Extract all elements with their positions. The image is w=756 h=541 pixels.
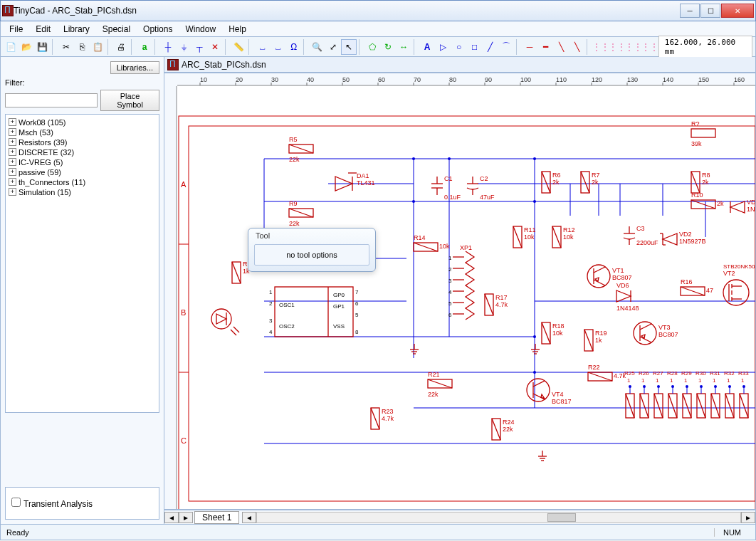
svg-line-174: [588, 372, 612, 381]
rect-icon[interactable]: ▷: [436, 39, 451, 55]
svg-text:2k: 2k: [702, 179, 709, 186]
noconnect-icon[interactable]: ✕: [208, 39, 223, 55]
junction-icon[interactable]: ┼: [160, 39, 175, 55]
power-icon[interactable]: ┬: [192, 39, 207, 55]
tree-item[interactable]: Msch (53): [9, 127, 156, 137]
grid3-icon[interactable]: ⋮⋮: [626, 39, 641, 55]
copy-icon[interactable]: ⎘: [74, 39, 89, 55]
arc-icon[interactable]: ⌒: [498, 39, 513, 55]
filter-label: Filter:: [5, 78, 25, 87]
grid2-icon[interactable]: ⋮⋮: [609, 39, 625, 55]
document-tab[interactable]: ARC_Stab_PICsh.dsn: [164, 57, 755, 73]
grid1-icon[interactable]: ⋮⋮: [593, 39, 609, 55]
svg-text:VD6: VD6: [616, 282, 629, 289]
svg-text:2k: 2k: [552, 179, 560, 186]
ref-icon[interactable]: a: [137, 39, 152, 55]
menu-options[interactable]: Options: [137, 23, 178, 36]
menu-library[interactable]: Library: [58, 23, 95, 36]
svg-text:10k: 10k: [524, 233, 535, 241]
svg-point-46: [412, 200, 415, 203]
tree-item[interactable]: th_Connectors (11): [9, 177, 156, 187]
zoom-win-icon[interactable]: ⤢: [325, 39, 340, 55]
svg-text:R29: R29: [681, 370, 692, 377]
print-icon[interactable]: 🖨: [114, 39, 129, 55]
svg-text:BC807: BC807: [658, 331, 678, 338]
open-icon[interactable]: 📂: [19, 39, 34, 55]
minimize-button[interactable]: ─: [680, 4, 700, 18]
rot-icon[interactable]: ↻: [381, 39, 396, 55]
label-icon[interactable]: ⎵: [255, 39, 270, 55]
svg-text:OSC2: OSC2: [279, 323, 295, 330]
svg-text:R22: R22: [588, 364, 600, 371]
svg-text:R11: R11: [524, 226, 536, 233]
svg-text:R26: R26: [639, 370, 649, 377]
sheet-prev[interactable]: ◂: [164, 512, 179, 523]
cut-icon[interactable]: ✂: [58, 39, 73, 55]
save-icon[interactable]: 💾: [35, 39, 50, 55]
gnd-icon[interactable]: ⏚: [177, 39, 191, 55]
libraries-button[interactable]: Libraries...: [110, 61, 159, 74]
h-scrollbar[interactable]: [256, 512, 741, 523]
circle-icon[interactable]: ○: [451, 39, 466, 55]
menu-file[interactable]: File: [4, 23, 28, 36]
status-text: Ready: [6, 528, 714, 537]
tree-item[interactable]: DISCRETE (32): [9, 147, 156, 157]
poly-icon[interactable]: ⬠: [364, 39, 379, 55]
tree-item[interactable]: Work08 (105): [9, 117, 156, 127]
new-icon[interactable]: 📄: [4, 39, 19, 55]
svg-point-132: [634, 322, 656, 345]
square-icon[interactable]: □: [467, 39, 482, 55]
svg-text:R8: R8: [702, 172, 710, 179]
text-icon[interactable]: A: [420, 39, 435, 55]
menu-special[interactable]: Special: [97, 23, 136, 36]
transient-checkbox[interactable]: [11, 498, 21, 507]
svg-text:3: 3: [269, 317, 273, 324]
zoom-icon[interactable]: 🔍: [310, 39, 325, 55]
svg-point-144: [723, 280, 749, 305]
library-tree[interactable]: Work08 (105) Msch (53) Resistors (39) DI…: [5, 114, 159, 413]
library-sidebar: Libraries... Filter: Place Symbol Work08…: [1, 57, 164, 524]
bus-icon[interactable]: ━: [538, 39, 553, 55]
sheet-scroll-r[interactable]: ▸: [741, 512, 755, 523]
line-icon[interactable]: ╱: [483, 39, 498, 55]
netlabel-icon[interactable]: ⎵: [271, 39, 285, 55]
svg-text:2: 2: [269, 300, 273, 307]
drag-icon[interactable]: ↔: [397, 39, 411, 55]
window-title: TinyCad - ARC_Stab_PICsh.dsn: [14, 6, 680, 16]
menu-help[interactable]: Help: [223, 23, 252, 36]
place-symbol-button[interactable]: Place Symbol: [100, 90, 159, 111]
grid4-icon[interactable]: ⋮⋮: [642, 39, 658, 55]
paste-icon[interactable]: 📋: [90, 39, 105, 55]
sheet-next[interactable]: ▸: [179, 512, 193, 523]
svg-text:R28: R28: [667, 370, 678, 377]
wire2-icon[interactable]: ╲: [554, 39, 569, 55]
schematic-canvas[interactable]: 102030405060708090100110120130140150160 …: [164, 73, 755, 510]
ruler-icon[interactable]: 📏: [231, 39, 246, 55]
svg-text:8: 8: [355, 329, 359, 335]
close-button[interactable]: ✕: [721, 4, 754, 18]
sheet-tab[interactable]: Sheet 1: [194, 511, 239, 524]
pin-icon[interactable]: Ω: [286, 39, 301, 55]
svg-text:B: B: [181, 308, 186, 317]
svg-text:R24: R24: [503, 419, 515, 426]
svg-text:10: 10: [200, 76, 207, 83]
tree-item[interactable]: Simulation (15): [9, 187, 156, 197]
svg-line-78: [581, 172, 589, 193]
menu-window[interactable]: Window: [179, 23, 221, 36]
svg-text:22k: 22k: [503, 426, 513, 433]
sheet-scroll-l[interactable]: ◂: [242, 512, 256, 523]
svg-text:BC817: BC817: [552, 398, 572, 405]
wire-icon[interactable]: ─: [522, 39, 537, 55]
maximize-button[interactable]: ☐: [700, 4, 720, 18]
tree-item[interactable]: passive (59): [9, 167, 156, 177]
tree-item[interactable]: IC-VREG (5): [9, 157, 156, 167]
tree-item[interactable]: Resistors (39): [9, 137, 156, 147]
menu-edit[interactable]: Edit: [30, 23, 56, 36]
pointer-icon[interactable]: ↖: [341, 39, 356, 55]
svg-text:1: 1: [269, 289, 273, 295]
svg-text:140: 140: [663, 76, 673, 83]
bus2-icon[interactable]: ╲: [569, 39, 584, 55]
filter-input[interactable]: [5, 93, 98, 107]
svg-text:R19: R19: [595, 330, 607, 337]
svg-text:50: 50: [342, 76, 350, 83]
